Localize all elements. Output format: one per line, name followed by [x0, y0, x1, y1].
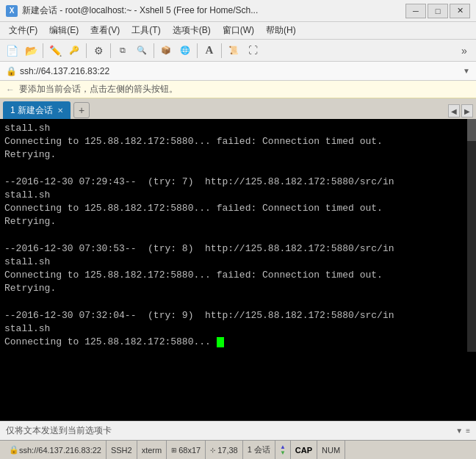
info-arrow-icon[interactable]: ← [6, 84, 15, 95]
bottom-bar-text: 仅将文本发送到当前选项卡 [6, 424, 112, 437]
terminal-line-11: stall.sh [4, 256, 472, 269]
toolbar-separator-5 [197, 43, 198, 58]
tab-bar: 1 新建会话 ✕ + ◀ ▶ [0, 98, 476, 119]
settings-button[interactable]: ⚙ [90, 42, 107, 59]
bottom-bar-controls: ▼ ≡ [455, 427, 470, 435]
open-folder-button[interactable]: 📂 [22, 42, 40, 59]
toolbar-separator-6 [221, 43, 222, 58]
address-url[interactable]: ssh://64.137.216.83:22 [20, 66, 463, 76]
toolbar-separator-3 [110, 43, 111, 58]
tab-new-session[interactable]: 1 新建会话 ✕ [3, 101, 71, 119]
status-url-text: ssh://64.137.216.83:22 [19, 446, 101, 455]
terminal-line-14 [4, 295, 472, 308]
status-ssh-url: 🔒 ssh://64.137.216.83:22 [4, 441, 107, 459]
maximize-button[interactable]: □ [428, 4, 448, 18]
terminal-line-2: Connecting to 125.88.182.172:5880... fai… [4, 135, 472, 148]
window-controls: ─ □ ✕ [405, 4, 470, 18]
terminal-wrapper: stall.sh Connecting to 125.88.182.172:58… [0, 119, 476, 421]
terminal-line-13: Retrying. [4, 282, 472, 295]
status-size-text: 68x17 [178, 446, 201, 455]
status-cap: CAP [291, 441, 317, 459]
status-position-text: 17,38 [217, 446, 238, 455]
font-button[interactable]: A [201, 42, 218, 59]
menu-bar: 文件(F) 编辑(E) 查看(V) 工具(T) 选项卡(B) 窗口(W) 帮助(… [0, 22, 476, 40]
terminal-line-7: Connecting to 125.88.182.172:5880... fai… [4, 202, 472, 215]
bottom-menu-button[interactable]: ≡ [466, 427, 470, 435]
tab-nav-controls: ◀ ▶ [448, 104, 473, 118]
copy-button[interactable]: ⧉ [114, 42, 131, 59]
status-protocol: SSH2 [107, 441, 137, 459]
terminal-line-10: --2016-12-30 07:30:53-- (try: 8) http://… [4, 242, 472, 256]
terminal-line-12: Connecting to 125.88.182.172:5880... fai… [4, 269, 472, 282]
status-num: NUM [317, 441, 345, 459]
grid-icon: ⊞ [171, 447, 177, 454]
terminal-cursor [217, 337, 224, 347]
edit-button[interactable]: ✏️ [46, 42, 64, 59]
status-sessions: 1 会话 [243, 441, 275, 459]
status-arrows[interactable]: ▲ ▼ [275, 441, 291, 459]
down-arrow-icon: ▼ [280, 450, 286, 456]
address-bar: 🔒 ssh://64.137.216.83:22 ▼ [0, 62, 476, 81]
status-position: ⊹ 17,38 [206, 441, 243, 459]
position-icon: ⊹ [210, 447, 216, 454]
terminal-line-5: --2016-12-30 07:29:43-- (try: 7) http://… [4, 176, 472, 189]
minimize-button[interactable]: ─ [405, 4, 426, 18]
menu-tabs[interactable]: 选项卡(B) [167, 23, 217, 38]
terminal-scrollbar[interactable] [467, 119, 476, 352]
status-size: ⊞ 68x17 [167, 441, 206, 459]
tab-nav-right[interactable]: ▶ [461, 104, 473, 118]
globe-button[interactable]: 🌐 [176, 42, 194, 59]
terminal-line-1: stall.sh [4, 122, 472, 135]
terminal-line-6: stall.sh [4, 189, 472, 202]
app-icon: X [6, 5, 18, 17]
title-bar: X 新建会话 - root@localhost:~ - Xshell 5 (Fr… [0, 0, 476, 22]
bottom-dropdown-button[interactable]: ▼ [455, 427, 463, 435]
window-title: 新建会话 - root@localhost:~ - Xshell 5 (Free… [22, 4, 405, 17]
tab-nav-left[interactable]: ◀ [448, 104, 460, 118]
menu-view[interactable]: 查看(V) [84, 23, 126, 38]
info-text: 要添加当前会话，点击左侧的箭头按钮。 [19, 83, 178, 95]
key-button[interactable]: 🔑 [65, 42, 83, 59]
lock-icon: 🔒 [6, 66, 17, 76]
menu-edit[interactable]: 编辑(E) [43, 23, 84, 38]
toolbar: 📄 📂 ✏️ 🔑 ⚙ ⧉ 🔍 📦 🌐 A 📜 ⛶ » [0, 40, 476, 62]
address-dropdown-button[interactable]: ▼ [463, 67, 470, 75]
bottom-bar: 仅将文本发送到当前选项卡 ▼ ≡ [0, 421, 476, 440]
toolbar-separator-2 [86, 43, 87, 58]
terminal-line-4 [4, 162, 472, 176]
toolbar-separator-4 [154, 43, 154, 58]
script-button[interactable]: 📜 [225, 42, 242, 59]
info-bar: ← 要添加当前会话，点击左侧的箭头按钮。 [0, 81, 476, 98]
toolbar-overflow-button[interactable]: » [455, 42, 473, 59]
close-button[interactable]: ✕ [450, 4, 470, 18]
terminal-line-15: --2016-12-30 07:32:04-- (try: 9) http://… [4, 309, 472, 322]
tab-label: 1 新建会话 [10, 104, 53, 117]
terminal-line-3: Retrying. [4, 148, 472, 162]
arrows-container: ▲ ▼ [280, 444, 286, 456]
toolbar-separator-1 [43, 43, 43, 58]
status-lock-icon: 🔒 [9, 445, 19, 455]
fullscreen-button[interactable]: ⛶ [244, 42, 262, 59]
terminal-line-8: Retrying. [4, 215, 472, 228]
search-button[interactable]: 🔍 [133, 42, 151, 59]
menu-help[interactable]: 帮助(H) [260, 23, 302, 38]
menu-tools[interactable]: 工具(T) [126, 23, 166, 38]
menu-file[interactable]: 文件(F) [3, 23, 43, 38]
new-tab-button[interactable]: + [73, 102, 90, 118]
sftp-button[interactable]: 📦 [157, 42, 175, 59]
new-session-button[interactable]: 📄 [3, 42, 21, 59]
terminal-scrollbar-thumb[interactable] [467, 119, 476, 141]
tab-close-button[interactable]: ✕ [57, 106, 63, 115]
menu-window[interactable]: 窗口(W) [217, 23, 260, 38]
terminal-line-16: stall.sh [4, 322, 472, 336]
status-terminal: xterm [137, 441, 167, 459]
terminal[interactable]: stall.sh Connecting to 125.88.182.172:58… [0, 119, 476, 352]
status-bar: 🔒 ssh://64.137.216.83:22 SSH2 xterm ⊞ 68… [0, 440, 476, 459]
terminal-line-9 [4, 229, 472, 242]
terminal-content: stall.sh Connecting to 125.88.182.172:58… [4, 122, 472, 349]
terminal-line-17: Connecting to 125.88.182.172:5880... [4, 336, 472, 349]
